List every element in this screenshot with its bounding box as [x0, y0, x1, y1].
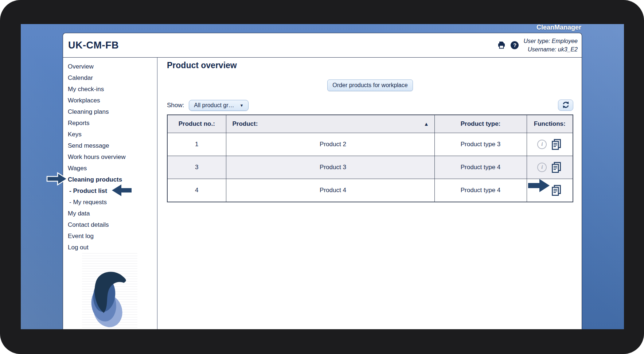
sidebar-item-my-check-ins[interactable]: My check-ins: [63, 83, 157, 95]
sidebar-item-work-hours-overview[interactable]: Work hours overview: [63, 151, 157, 163]
column-header-product-type[interactable]: Product type:: [434, 115, 527, 133]
copy-icon[interactable]: [551, 162, 562, 174]
controls-row: Show: All product gr… ▼: [167, 100, 573, 111]
cell-functions: [527, 179, 573, 202]
cell-functions: i: [527, 156, 573, 179]
print-button[interactable]: [497, 40, 506, 50]
app-window: UK-CM-FB ? User type: Employee: [63, 33, 582, 329]
sidebar-item-product-list[interactable]: - Product list: [63, 185, 157, 197]
info-icon[interactable]: i: [537, 163, 547, 172]
print-icon: [497, 40, 506, 50]
user-type-text: User type: Employee: [523, 37, 578, 45]
products-table: Product no.: Product: ▲ Product type: Fu…: [167, 114, 573, 202]
sidebar-item-my-requests[interactable]: - My requests: [63, 197, 157, 208]
cell-product: Product 2: [226, 133, 434, 156]
sidebar-item-contact-details[interactable]: Contact details: [63, 219, 157, 230]
page-title: Product overview: [167, 61, 573, 70]
cell-product-no: 1: [167, 133, 226, 156]
cell-product-type: Product type 4: [434, 156, 527, 179]
sidebar-item-cleaning-products[interactable]: Cleaning products: [63, 174, 157, 185]
refresh-icon: [562, 101, 570, 110]
column-header-product[interactable]: Product: ▲: [226, 115, 434, 133]
sidebar-item-my-data[interactable]: My data: [63, 208, 157, 219]
sidebar-item-calendar[interactable]: Calendar: [63, 72, 157, 83]
app-body: Overview Calendar My check-ins Workplace…: [63, 58, 582, 329]
column-header-product-no[interactable]: Product no.:: [167, 115, 226, 133]
app-header: UK-CM-FB ? User type: Employee: [63, 33, 582, 58]
sidebar-item-reports[interactable]: Reports: [63, 117, 157, 129]
help-icon: ?: [511, 41, 519, 49]
cell-functions: i: [527, 133, 573, 156]
order-row: Order products for workplace: [167, 79, 573, 91]
sidebar-item-log-out[interactable]: Log out: [63, 242, 157, 253]
sidebar-item-workplaces[interactable]: Workplaces: [63, 95, 157, 106]
brand-title: CleanManager: [536, 24, 581, 31]
header-actions: ? User type: Employee Username: uk3_E2: [497, 37, 578, 54]
screenshot-stage: CleanManager UK-CM-FB ?: [0, 0, 644, 354]
sidebar-item-event-log[interactable]: Event log: [63, 230, 157, 242]
user-info: User type: Employee Username: uk3_E2: [523, 37, 578, 54]
table-row: 4 Product 4 Product type 4: [167, 179, 573, 202]
cleanmanager-logo: [82, 253, 137, 329]
username-text: Username: uk3_E2: [523, 45, 578, 54]
table-header-row: Product no.: Product: ▲ Product type: Fu…: [167, 115, 573, 133]
sidebar-item-keys[interactable]: Keys: [63, 129, 157, 140]
app-title: UK-CM-FB: [68, 40, 119, 51]
main-content: Product overview Order products for work…: [157, 58, 583, 329]
cell-product-type: Product type 3: [434, 133, 527, 156]
cell-product: Product 4: [226, 179, 434, 202]
cell-product-no: 3: [167, 156, 226, 179]
copy-icon[interactable]: [551, 139, 562, 151]
cell-product: Product 3: [226, 156, 434, 179]
column-header-functions: Functions:: [527, 115, 573, 133]
refresh-button[interactable]: [558, 100, 573, 111]
sidebar-item-overview[interactable]: Overview: [63, 61, 157, 72]
cell-product-no: 4: [167, 179, 226, 202]
cell-product-type: Product type 4: [434, 179, 527, 202]
info-icon[interactable]: i: [537, 140, 547, 149]
help-button[interactable]: ?: [511, 41, 519, 49]
sidebar-item-wages[interactable]: Wages: [63, 163, 157, 174]
sort-ascending-icon: ▲: [424, 121, 429, 127]
copy-icon[interactable]: [551, 184, 562, 197]
sidebar-item-cleaning-plans[interactable]: Cleaning plans: [63, 106, 157, 117]
table-row: 3 Product 3 Product type 4 i: [167, 156, 573, 179]
chevron-down-icon: ▼: [240, 103, 244, 108]
table-row: 1 Product 2 Product type 3 i: [167, 133, 573, 156]
order-products-button[interactable]: Order products for workplace: [327, 79, 413, 91]
show-label: Show:: [167, 102, 184, 109]
sidebar-item-send-message[interactable]: Send message: [63, 140, 157, 151]
product-group-dropdown[interactable]: All product gr… ▼: [189, 100, 249, 111]
sidebar: Overview Calendar My check-ins Workplace…: [63, 58, 157, 329]
product-group-dropdown-value: All product gr…: [194, 102, 234, 109]
